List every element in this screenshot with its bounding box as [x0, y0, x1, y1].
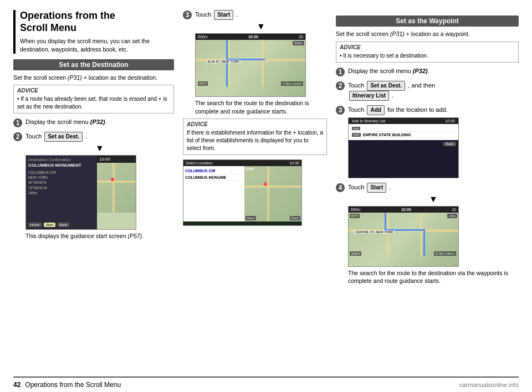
waypoint-section-title: Set as the Waypoint	[336, 16, 519, 27]
set-as-dest-btn[interactable]: Set as Dest.	[44, 132, 83, 142]
arrow-down-1: ▼	[25, 144, 174, 153]
advice-text-wp: • It is necessary to set a destination.	[340, 52, 515, 60]
select-item-1[interactable]: COLUMBUS CIR	[185, 168, 243, 174]
advice-box-left: ADVICE • If a route has already been set…	[13, 85, 174, 114]
mid-column: 3 Touch Start . ▼ 600m 10:00 20	[183, 10, 327, 372]
start-btn-mid[interactable]: Start	[214, 10, 233, 20]
wp-list-area: Add A&B EMPIRE STATE BUILDING	[349, 124, 458, 140]
select-back-btn[interactable]: Back	[290, 216, 300, 220]
wp-step-number-2: 2	[336, 81, 345, 90]
select-back-btn2[interactable]: Back	[245, 216, 256, 220]
advice-box-mid: ADVICE If there is establishment informa…	[183, 118, 327, 155]
wp-step-1-text: Display the scroll menu (P32).	[348, 67, 429, 75]
advice-text-left: • If a route has already been set, that …	[17, 95, 170, 111]
step-1-text: Display the scroll menu (P32).	[25, 118, 107, 126]
route-screen-left: 600m	[198, 35, 208, 39]
dest-confirm-detail: COLUMBUS CIR NEW YORK 40°46'08"N 73°58'5…	[28, 170, 95, 195]
wp-dist-info: 8.7km 14min	[434, 251, 456, 256]
arrow-down-wp: ▼	[348, 195, 519, 204]
map-dist-info: 7.2km 11min	[281, 81, 303, 86]
step-number-3-mid: 3	[183, 11, 192, 19]
footer: 42 Operations from the Scroll Menu carma…	[13, 376, 519, 392]
wp-step-number-3: 3	[336, 106, 345, 115]
detail-line-1: COLUMBUS CIR	[28, 170, 95, 175]
wp-route-right: 10	[452, 208, 456, 212]
route-map-topbar: 600m 10:00 20	[196, 34, 305, 40]
step-number-2: 2	[13, 132, 22, 141]
dest-map-time: 10:00	[99, 157, 110, 162]
wp-map-street: CENTRE ST, NEW YORK	[354, 230, 395, 234]
wp-add-time: 10:00	[445, 119, 455, 123]
dest-screen-caption: This displays the guidance start screen …	[25, 232, 174, 240]
wp-topbar: Add to Itinerary List 10:00	[349, 118, 458, 124]
wp-step-number-1: 1	[336, 68, 345, 76]
wp-route-topbar: 665m 10:00 10	[349, 207, 458, 213]
map-rtt: RTT	[198, 81, 208, 86]
wp-step-2-text: Touch Set as Dest. , and then Itinerary …	[348, 81, 435, 101]
advice-label-wp: ADVICE	[340, 44, 515, 50]
back-btn-dest[interactable]: Back	[58, 223, 69, 227]
wp-zoom: 10m	[447, 214, 457, 218]
route-screen-time: 10:00	[248, 35, 258, 39]
footer-section-title: Operations from the Scroll Menu	[25, 381, 121, 389]
add-btn[interactable]: Add	[367, 105, 384, 115]
step-3-mid-text: Touch Start .	[195, 10, 238, 20]
wp-step-3-text: Touch Add for the location to add.	[348, 105, 448, 115]
dest-map-topbar: 10:00	[97, 156, 136, 163]
wp-step-number-4: 4	[336, 183, 345, 192]
right-column: Set as the Waypoint Set the scroll scree…	[336, 10, 519, 372]
wp-back-btn[interactable]: Back	[443, 142, 456, 146]
map-zoom: 500m	[293, 41, 304, 45]
wp-step-3: 3 Touch Add for the location to add.	[336, 105, 519, 115]
step-2-text: Touch Set as Dest. .	[25, 132, 87, 142]
select-map-top: 500m	[245, 167, 254, 171]
step-1: 1 Display the scroll menu (P32).	[13, 118, 174, 127]
detail-lon: 73°58'56"W	[28, 185, 95, 190]
advice-text-mid: If there is establishment information fo…	[187, 129, 323, 152]
wp-dist-left: 100m	[350, 251, 361, 256]
dest-left-panel: Destination Confirmation COLUMBUS MONUME…	[26, 156, 97, 229]
wp-item-2: A&B EMPIRE STATE BUILDING	[352, 132, 455, 138]
dest-confirm-name: COLUMBUS MONUMENT	[28, 163, 95, 168]
wp-step-4-text: Touch Start .	[348, 183, 391, 193]
step-3-mid: 3 Touch Start .	[183, 10, 327, 20]
map-street-label: ELM ST, NEW YORK	[207, 60, 241, 63]
footer-page-number: 42	[13, 381, 21, 389]
wp-add-building-name: EMPIRE STATE BUILDING	[363, 133, 411, 137]
wp-caption: The search for the route to the destinat…	[348, 269, 519, 285]
itinerary-list-btn[interactable]: Itinerary List	[349, 91, 389, 101]
wp-route-time: 10:00	[401, 208, 411, 212]
destination-section-title: Set as the Destination	[13, 59, 174, 70]
main-heading: Operations from the Scroll Menu When you…	[13, 10, 174, 54]
waypoint-route-screen: 665m 10:00 10 CENTRE ST, NEW YORK RTT 8.…	[348, 206, 459, 267]
advice-label-mid: ADVICE	[187, 121, 323, 127]
start-btn-dest[interactable]: Start	[44, 223, 55, 227]
wp-add-title: Add to Itinerary List	[352, 119, 385, 123]
left-column: Operations from the Scroll Menu When you…	[13, 10, 174, 372]
page-title: Operations from the Scroll Menu	[20, 10, 174, 34]
waypoint-add-screen: Add to Itinerary List 10:00 Add A&B EMPI…	[348, 117, 459, 178]
home-btn[interactable]: Home	[28, 223, 42, 227]
page-container: Operations from the Scroll Menu When you…	[0, 0, 532, 392]
select-location-screen: Select Location: 10:00 COLUMBUS CIR COLU…	[183, 159, 302, 226]
detail-lat: 40°46'08"N	[28, 180, 95, 185]
wp-route-left: 665m	[351, 208, 361, 212]
wp-rtt: RTT	[350, 214, 360, 218]
select-time: 10:00	[289, 161, 299, 165]
dest-body-text: Set the scroll screen (P31) + location a…	[13, 74, 174, 82]
waypoint-body-text: Set the scroll screen (P31) + location a…	[336, 30, 519, 38]
wp-set-dest-btn[interactable]: Set as Dest.	[367, 81, 405, 91]
wp-add-label-2[interactable]: A&B	[352, 133, 361, 137]
wp-start-btn[interactable]: Start	[367, 183, 386, 193]
route-map-screen: 600m 10:00 20 ELM ST, NEW YORK 7.2km 11m…	[195, 33, 306, 97]
wp-step-1: 1 Display the scroll menu (P32).	[336, 67, 519, 76]
dest-map-panel: 10:00	[97, 156, 136, 229]
wp-step-4: 4 Touch Start .	[336, 183, 519, 193]
arrow-down-mid: ▼	[195, 22, 327, 31]
select-item-2[interactable]: COLUMBUS MONUME	[185, 174, 243, 181]
wp-step-2: 2 Touch Set as Dest. , and then Itinerar…	[336, 81, 519, 101]
wp-item-1: Add	[352, 126, 455, 132]
dest-confirm-screen: Destination Confirmation COLUMBUS MONUME…	[25, 155, 136, 230]
page-subtitle: When you display the scroll menu, you ca…	[20, 37, 174, 53]
wp-add-label-1[interactable]: Add	[352, 127, 360, 130]
